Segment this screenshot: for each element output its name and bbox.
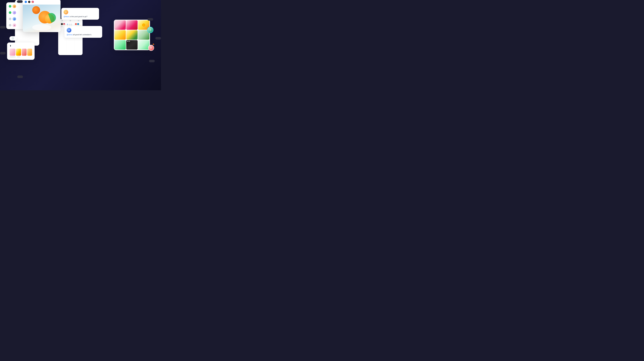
- main-post-card: f ✕ ◉: [23, 0, 60, 32]
- avatar-ingrid: I: [12, 11, 16, 14]
- collab-avatar-bottom: D: [148, 45, 154, 51]
- grid-cell-8: [126, 40, 138, 50]
- multiple-views-label: [149, 60, 155, 62]
- fb-icon: f: [25, 1, 27, 3]
- anna-text: @Mark is this post good to go?: [64, 16, 97, 18]
- check-anne: [9, 24, 11, 27]
- grid-cell-4: [114, 30, 126, 40]
- grid-cell-1: [114, 20, 126, 30]
- grid-cell-2: [126, 20, 138, 30]
- avatar-anne: A: [12, 24, 16, 27]
- publishing-label: [0, 52, 6, 55]
- check-samuel: [9, 18, 11, 20]
- clock-icon: 🕐: [12, 37, 14, 40]
- check-ingrid: ✓: [9, 11, 11, 14]
- x-icon: ✕: [28, 1, 30, 3]
- collab-avatar-top: C: [147, 27, 154, 33]
- grid-cell-7: [114, 40, 126, 50]
- upload-header: ⬆: [10, 45, 32, 47]
- avatar-jack: J: [12, 5, 16, 8]
- main-post-header: f ✕ ◉: [23, 0, 60, 5]
- grid-cell-5: [126, 30, 138, 40]
- mark-text: @Anna all good let's schedule it.: [67, 34, 100, 36]
- planning-label: [17, 0, 23, 3]
- mark-header: M: [67, 28, 100, 33]
- anna-avatar: A: [64, 10, 68, 15]
- media-library-label: [17, 76, 23, 78]
- ig-icon: ◉: [32, 1, 34, 3]
- media-thumb-1: strawberry: [10, 49, 16, 58]
- main-post-image: [23, 5, 60, 32]
- check-jack: ✓: [9, 5, 11, 8]
- mark-avatar: M: [67, 28, 72, 33]
- cross-company-label: [155, 37, 161, 40]
- views-grid-inner: [114, 20, 149, 50]
- media-grid: strawberry citrus: [10, 49, 32, 58]
- approvals-label: [0, 26, 6, 29]
- media-thumb-4: [27, 49, 32, 58]
- media-thumb-3: [22, 49, 26, 58]
- avatar-samuel: S: [12, 17, 16, 21]
- views-grid: [114, 20, 150, 50]
- grid-cell-9: [138, 40, 149, 50]
- upload-media-card: ⬆ strawberry citrus: [7, 43, 34, 60]
- feedback-label: [148, 18, 153, 21]
- media-thumb-2: citrus: [16, 49, 21, 58]
- comment-mark: M @Anna all good let's schedule it.: [64, 26, 102, 38]
- post-scheduled-badge: 🕐: [10, 36, 17, 41]
- upload-title: ⬆: [10, 45, 12, 47]
- anna-header: A: [64, 10, 97, 15]
- comment-anna: A @Mark is this post good to go?: [61, 8, 99, 20]
